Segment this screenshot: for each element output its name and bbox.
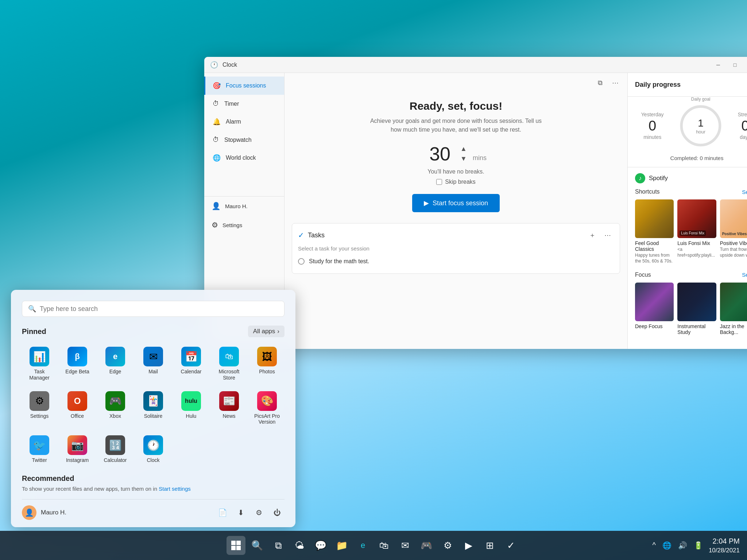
app-news[interactable]: 📰 News [212,388,247,429]
app-solitaire[interactable]: 🃏 Solitaire [136,388,171,429]
tasks-more-button[interactable]: ⋯ [601,229,614,241]
taskbar-todoist[interactable]: ✓ [502,536,520,555]
tasks-header: ✓ Tasks ＋ ⋯ [298,229,614,241]
minimize-button[interactable]: ─ [710,59,727,71]
app-xbox[interactable]: 🎮 Xbox [98,388,133,429]
app-photos[interactable]: 🖼 Photos [249,343,285,385]
app-office[interactable]: O Office [60,388,95,429]
svg-rect-3 [231,546,236,550]
app-mail[interactable]: ✉ Mail [136,343,171,385]
app-calendar[interactable]: 📅 Calendar [174,343,209,385]
footer-actions: 📄 ⬇ ⚙ ⏻ [215,505,285,520]
news-label: News [222,413,235,419]
documents-button[interactable]: 📄 [215,505,230,520]
deep-focus-title: Deep Focus [635,323,674,329]
app-instagram[interactable]: 📷 Instagram [60,432,95,467]
music-card-deep-focus[interactable]: Deep Focus [635,283,674,336]
svg-rect-2 [236,541,241,545]
focus-subtitle: Achieve your goals and get more done wit… [365,117,547,134]
tray-battery[interactable]: 🔋 [692,540,705,551]
all-apps-button[interactable]: All apps › [248,326,285,337]
sidebar-item-timer[interactable]: ⏱ Timer [204,95,284,113]
time-down-button[interactable]: ▼ [458,154,469,163]
app-calculator[interactable]: 🔢 Calculator [98,432,133,467]
task-checkbox[interactable] [298,258,305,265]
add-task-button[interactable]: ＋ [586,229,599,241]
app-edge[interactable]: e Edge [98,343,133,385]
music-card-luis-fonsi[interactable]: Luis Fonsi Mix Luis Fonsi Mix <a href=sp… [677,199,716,264]
solitaire-icon: 🃏 [143,391,163,411]
sidebar-user[interactable]: 👤 Mauro H. [204,197,284,215]
app-clock[interactable]: 🕐 Clock [136,432,171,467]
app-microsoft-store[interactable]: 🛍 Microsoft Store [212,343,247,385]
taskbar-terminal[interactable]: ▶ [459,536,478,555]
shortcuts-see-all[interactable]: See all [742,189,747,195]
footer-settings-button[interactable]: ⚙ [252,505,266,520]
focus-music-grid: Deep Focus Instrumental Study Jazz in th… [635,283,747,336]
tray-volume[interactable]: 🔊 [676,540,689,551]
sidebar-item-world-clock[interactable]: 🌐 World clock [204,149,284,167]
timer-label: Timer [224,101,239,107]
progress-title: Daily progress [635,81,747,89]
focus-pin-button[interactable]: ⧉ [595,78,605,88]
app-settings[interactable]: ⚙ Settings [22,388,57,429]
focus-more-button[interactable]: ⋯ [609,77,622,88]
sidebar-item-alarm[interactable]: 🔔 Alarm [204,113,284,131]
pinned-header: Pinned All apps › [22,326,285,337]
taskbar-start-button[interactable] [227,536,245,555]
search-icon: 🔍 [28,305,36,313]
taskbar-mail[interactable]: ✉ [396,536,415,555]
completed-text: Completed: 0 minutes [628,155,747,167]
yesterday-value: 0 [649,119,656,133]
skip-breaks-checkbox[interactable] [436,179,442,185]
twitter-label: Twitter [32,457,47,463]
tray-chevron[interactable]: ^ [650,540,658,551]
focus-see-all[interactable]: See all [742,272,747,278]
no-breaks-text: You'll have no breaks. [299,168,613,175]
sidebar-settings[interactable]: ⚙ Settings [204,215,284,234]
app-hulu[interactable]: hulu Hulu [174,388,209,429]
taskbar-apps[interactable]: ⊞ [480,536,499,555]
picsart-icon: 🎨 [257,391,277,411]
taskbar-settings2[interactable]: ⚙ [438,536,457,555]
taskbar-store[interactable]: 🛍 [375,536,394,555]
focus-sessions-icon: 🎯 [213,82,221,90]
taskbar-widgets[interactable]: 🌤 [290,536,309,555]
app-twitter[interactable]: 🐦 Twitter [22,432,57,467]
taskbar-search-button[interactable]: 🔍 [248,536,267,555]
clock-app-icon: 🕐 [210,61,218,69]
deep-focus-thumb [635,283,674,321]
power-button[interactable]: ⏻ [270,505,285,520]
start-settings-link[interactable]: Start settings [159,486,191,492]
taskbar-file-explorer[interactable]: 📁 [332,536,351,555]
taskbar-task-view[interactable]: ⧉ [269,536,288,555]
shortcuts-title: Shortcuts [635,188,660,195]
taskbar-edge[interactable]: e [353,536,372,555]
music-card-feel-good[interactable]: Feel Good Classics Happy tunes from the … [635,199,674,264]
shortcuts-header: Shortcuts See all [635,188,747,195]
time-value: 30 [425,143,454,165]
close-button[interactable]: ✕ [743,59,747,71]
taskbar-xbox[interactable]: 🎮 [417,536,436,555]
start-focus-button[interactable]: ▶ Start focus session [412,194,500,212]
downloads-button[interactable]: ⬇ [233,505,248,520]
daily-goal-circle: 1 hour Daily goal [679,104,723,148]
start-focus-label: Start focus session [433,199,488,207]
app-picsart[interactable]: 🎨 PicsArt Pro Version [249,388,285,429]
music-card-positive[interactable]: Positive Vibes Positive Vibes Turn that … [720,199,747,264]
search-input[interactable] [40,305,278,313]
maximize-button[interactable]: □ [727,59,743,71]
sidebar-item-focus-sessions[interactable]: 🎯 Focus sessions [204,77,284,95]
taskbar-chat[interactable]: 💬 [311,536,330,555]
instagram-label: Instagram [66,457,89,463]
tray-network[interactable]: 🌐 [660,540,674,551]
app-edge-beta[interactable]: β Edge Beta [60,343,95,385]
time-up-button[interactable]: ▲ [458,144,469,153]
app-task-manager[interactable]: 📊 Task Manager [22,343,57,385]
taskbar-clock[interactable]: 2:04 PM 10/28/2021 [709,536,740,555]
music-card-instrumental[interactable]: Instrumental Study [677,283,716,336]
progress-stats: Yesterday 0 minutes 1 hour Daily goal St… [628,97,747,155]
music-card-jazz[interactable]: Jazz in the Backg... [720,283,747,336]
progress-header: Daily progress ✏ [628,73,747,97]
sidebar-item-stopwatch[interactable]: ⏱ Stopwatch [204,131,284,149]
